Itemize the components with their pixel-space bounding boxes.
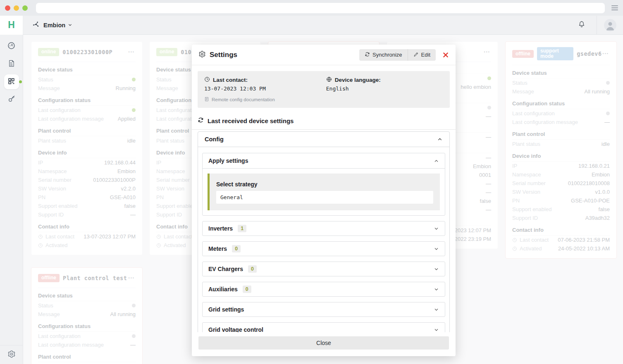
app-logo[interactable]: H — [0, 16, 23, 35]
accordion-ev-chargers: EV Chargers0 — [202, 262, 445, 276]
accordion-header[interactable]: Inverters1 — [203, 221, 445, 236]
app-header: H Embion — [0, 16, 623, 35]
section-title: Last received device settings — [208, 117, 294, 124]
traffic-light-minimize[interactable] — [14, 5, 19, 11]
chevron-up-icon — [437, 136, 443, 142]
chevron-up-icon — [434, 158, 439, 164]
accordion-label: Inverters — [208, 225, 233, 232]
accordion-apply-settings: Apply settings Select strategy General — [202, 153, 445, 216]
config-accordion-header[interactable]: Config — [198, 132, 449, 147]
config-accordion-body: Apply settings Select strategy General I… — [198, 147, 449, 332]
modal-body: Last contact: 13-07-2023 12:03 PM Remote… — [192, 65, 456, 332]
sidebar — [0, 35, 23, 364]
close-button[interactable]: Close — [198, 336, 449, 350]
traffic-light-close[interactable] — [5, 5, 10, 11]
accordion-meters: Meters0 — [202, 241, 445, 256]
invoice-icon — [7, 59, 15, 69]
accordion-inverters: Inverters1 — [202, 221, 445, 236]
last-received-settings-heading: Last received device settings — [198, 117, 450, 124]
accordion-label: Auxiliaries — [208, 286, 238, 293]
accordion-label: Meters — [208, 245, 227, 252]
sidebar-footer — [0, 345, 23, 364]
count-badge: 0 — [248, 265, 257, 273]
apply-settings-header[interactable]: Apply settings — [203, 153, 445, 168]
accordion-header[interactable]: Meters0 — [203, 242, 445, 256]
pencil-icon — [413, 52, 419, 58]
accordion-header[interactable]: Auxiliaries0 — [203, 282, 445, 296]
modal-action-group: Synchronize Edit — [359, 49, 436, 61]
last-contact-value: 13-07-2023 12:03 PM — [204, 86, 326, 92]
refresh-icon — [198, 117, 204, 124]
accordion-label: EV Chargers — [208, 266, 243, 272]
sidebar-item-access[interactable] — [4, 92, 19, 107]
apply-settings-body: Select strategy General — [203, 168, 445, 215]
settings-gear-icon[interactable] — [7, 350, 16, 359]
settings-modal: Settings Synchronize Edit — [192, 45, 456, 356]
accordion-grid-settings: Grid settings — [202, 302, 445, 317]
accordion-label: Grid settings — [208, 306, 244, 313]
device-language-label-row: Device language: — [326, 76, 443, 83]
logo-letter: H — [8, 19, 15, 31]
document-icon — [204, 97, 209, 102]
sidebar-item-invoices[interactable] — [4, 57, 19, 71]
browser-chrome — [0, 0, 623, 16]
modal-title: Settings — [210, 51, 237, 59]
workspace-label: Embion — [43, 22, 65, 29]
accordion-header[interactable]: EV Chargers0 — [203, 262, 445, 276]
edit-button[interactable]: Edit — [408, 49, 436, 61]
workspace-dropdown[interactable]: Embion — [32, 21, 72, 30]
config-accordion-list: Inverters1 Meters0 EV Chargers0 Auxiliar… — [202, 221, 445, 332]
bell-icon — [578, 20, 586, 30]
synchronize-label: Synchronize — [372, 52, 402, 58]
doc-link-label: Remote config documentation — [212, 97, 275, 102]
chevron-down-icon — [434, 246, 439, 252]
modal-footer: Close — [192, 332, 456, 356]
remote-config-doc-link[interactable]: Remote config documentation — [204, 97, 275, 102]
device-language-value: English — [326, 86, 443, 92]
strategy-select[interactable]: General — [216, 191, 433, 204]
accordion-header[interactable]: Grid settings — [203, 302, 445, 316]
strategy-panel: Select strategy General — [208, 174, 440, 210]
chevron-down-icon — [434, 226, 439, 231]
notifications-button[interactable] — [567, 16, 597, 34]
last-contact-label-row: Last contact: — [204, 76, 326, 83]
traffic-light-zoom[interactable] — [22, 5, 28, 11]
divider — [192, 129, 456, 130]
refresh-icon — [365, 52, 370, 58]
globe-icon — [326, 76, 332, 83]
user-menu[interactable] — [597, 16, 623, 34]
url-bar[interactable] — [36, 3, 605, 13]
config-accordion: Config Apply settings Select strate — [198, 131, 450, 332]
apply-settings-label: Apply settings — [208, 157, 248, 164]
select-strategy-label: Select strategy — [216, 181, 433, 188]
browser-menu-icon[interactable] — [611, 5, 618, 10]
key-icon — [7, 95, 16, 105]
count-badge: 0 — [232, 245, 241, 252]
device-info-panel: Last contact: 13-07-2023 12:03 PM Remote… — [198, 71, 450, 108]
last-contact-label: Last contact: — [213, 77, 248, 83]
gear-icon — [198, 50, 206, 59]
network-icon — [32, 21, 40, 30]
chevron-down-icon — [434, 287, 439, 292]
chevron-down-icon — [434, 327, 439, 333]
gauge-icon — [7, 41, 16, 52]
qr-code-icon — [7, 77, 15, 87]
accordion-auxiliaries: Auxiliaries0 — [202, 282, 445, 297]
device-language-label: Device language: — [335, 77, 381, 83]
count-badge: 1 — [238, 225, 246, 232]
edit-label: Edit — [421, 52, 430, 58]
sidebar-item-devices[interactable] — [4, 74, 19, 89]
chevron-down-icon — [434, 266, 439, 272]
clock-icon — [204, 76, 210, 83]
accordion-grid-voltage-control: Grid voltage control — [202, 322, 445, 332]
chevron-down-icon — [434, 307, 439, 312]
chevron-down-icon — [68, 21, 72, 29]
avatar — [604, 19, 616, 31]
accordion-header[interactable]: Grid voltage control — [203, 323, 445, 332]
count-badge: 0 — [243, 285, 251, 293]
synchronize-button[interactable]: Synchronize — [359, 49, 408, 61]
sidebar-item-dashboard[interactable] — [4, 39, 19, 54]
config-label: Config — [205, 136, 224, 143]
close-modal-x-button[interactable] — [442, 52, 449, 58]
modal-header: Settings Synchronize Edit — [192, 45, 456, 65]
